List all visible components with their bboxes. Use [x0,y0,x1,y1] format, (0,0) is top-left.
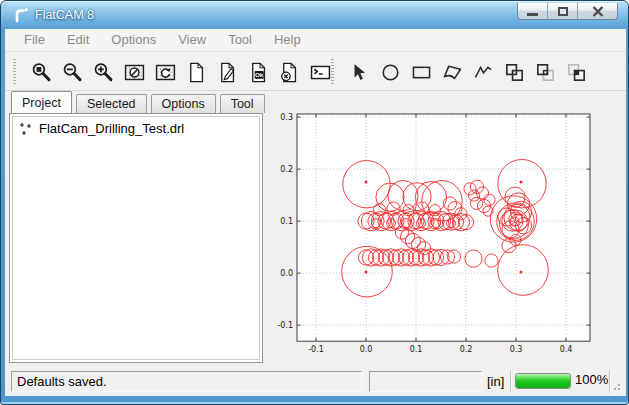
open-project-icon [216,61,239,84]
select-tool-icon [348,61,371,84]
status-message-panel: Defaults saved. [11,371,362,392]
window-title: FlatCAM 8 [35,8,94,22]
clear-plot-icon [123,61,146,84]
tab-options[interactable]: Options [151,94,216,113]
tab-tool[interactable]: Tool [220,94,265,113]
toolbar-grip[interactable] [331,59,334,85]
tick-label-x: 0.0 [360,345,373,354]
save-project-button[interactable]: Ok [246,58,270,86]
drill-center-dot [520,181,523,184]
menu-view[interactable]: View [167,29,217,51]
flatcam-window: FlatCAM 8 FileEditOptionsViewToolHelp [0,0,629,405]
intersect-tool-icon [565,61,588,84]
flatcam-logo-icon [12,6,30,24]
drill-center-dot [520,271,523,274]
subtract-tool-button[interactable] [533,58,557,86]
select-tool-button[interactable] [347,58,371,86]
tree-item[interactable]: FlatCam_Drilling_Test.drl [13,117,259,138]
replot-button[interactable] [153,58,177,86]
toolbar-main-group: Ok [13,57,332,87]
svg-text:Ok: Ok [255,71,264,78]
intersect-tool-button[interactable] [564,58,588,86]
polygon-tool-button[interactable] [440,58,464,86]
tree-item-label: FlatCam_Drilling_Test.drl [39,121,184,136]
delete-object-icon [278,61,301,84]
new-project-button[interactable] [184,58,208,86]
zoom-fit-button[interactable] [29,58,53,86]
tick-label-y: 0.3 [280,113,293,122]
clear-plot-button[interactable] [122,58,146,86]
polygon-tool-icon [441,61,464,84]
tick-label-x: 0.4 [560,345,573,354]
resize-grip[interactable] [611,381,621,391]
toolbar: Ok [5,52,626,91]
save-project-icon: Ok [247,61,270,84]
tick-label-y: 0.0 [280,269,293,278]
progress-fill [516,374,570,388]
rectangle-tool-button[interactable] [409,58,433,86]
minimize-icon [527,13,538,16]
drill-center-dot [365,181,368,184]
replot-icon [154,61,177,84]
tab-strip: ProjectSelectedOptionsTool [9,91,269,113]
rectangle-tool-icon [410,61,433,84]
titlebar[interactable]: FlatCAM 8 [1,1,628,29]
toolbar-editor-group [331,57,588,87]
minimize-button[interactable] [518,3,548,19]
menu-edit[interactable]: Edit [56,29,100,51]
circle-tool-button[interactable] [378,58,402,86]
tick-label-x: 0.2 [460,345,473,354]
project-tree-panel: FlatCam_Drilling_Test.drl [9,113,263,363]
units-label: [in] [487,371,504,392]
plot-canvas[interactable]: -0.10.00.10.20.30.4-0.10.00.10.20.3 [267,93,620,367]
close-button[interactable] [578,3,617,19]
status-message: Defaults saved. [17,374,107,389]
statusbar-separator [609,370,610,393]
progress-bar [515,373,571,389]
tick-label-x: -0.1 [308,345,324,354]
client-area: FileEditOptionsViewToolHelp Ok ProjectSe… [5,29,626,396]
menubar: FileEditOptionsViewToolHelp [5,29,626,52]
tick-label-y: 0.1 [280,217,293,226]
open-project-button[interactable] [215,58,239,86]
path-tool-button[interactable] [471,58,495,86]
shell-button[interactable] [308,58,332,86]
caption-buttons [517,3,618,20]
toolbar-grip[interactable] [13,59,16,85]
shell-icon [309,61,332,84]
subtract-tool-icon [534,61,557,84]
tab-selected[interactable]: Selected [76,94,147,113]
plot-axes-bg [297,114,590,341]
maximize-icon [558,7,568,16]
delete-object-button[interactable] [277,58,301,86]
drill-object-icon [19,122,33,136]
tab-project[interactable]: Project [11,91,72,113]
zoom-fit-icon [30,61,53,84]
close-icon [592,6,604,17]
union-tool-button[interactable] [502,58,526,86]
plot-figure: -0.10.00.10.20.30.4-0.10.00.10.20.3 [267,93,620,367]
progress-percent: 100% [575,372,608,387]
menu-tool[interactable]: Tool [217,29,263,51]
tick-label-y: -0.1 [277,321,293,330]
project-tree: FlatCam_Drilling_Test.drl [12,116,260,360]
tick-label-x: 0.3 [510,345,523,354]
zoom-in-icon [92,61,115,84]
union-tool-icon [503,61,526,84]
tick-label-y: 0.2 [280,165,293,174]
menu-options[interactable]: Options [100,29,167,51]
circle-tool-icon [379,61,402,84]
tick-label-x: 0.1 [410,345,423,354]
statusbar: Defaults saved. [in] 100% [5,367,626,396]
zoom-out-icon [61,61,84,84]
statusbar-separator [510,370,511,393]
zoom-out-button[interactable] [60,58,84,86]
new-project-icon [185,61,208,84]
path-tool-icon [472,61,495,84]
menu-help[interactable]: Help [263,29,312,51]
maximize-button[interactable] [548,3,578,19]
status-secondary-panel [369,371,482,392]
zoom-in-button[interactable] [91,58,115,86]
drill-center-dot [365,271,368,274]
menu-file[interactable]: File [13,29,56,51]
